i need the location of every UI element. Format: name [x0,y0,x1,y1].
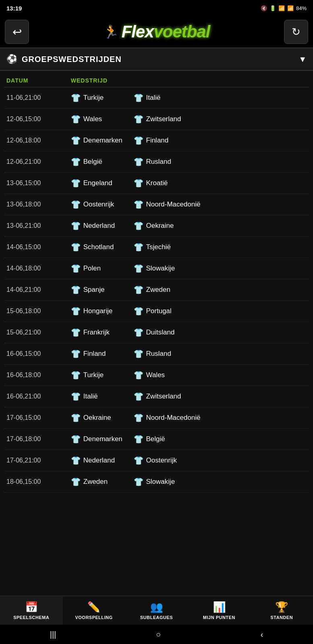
away-team-name: Oekraine [146,222,174,230]
match-date: 16-06,18:00 [6,372,71,379]
match-date: 13-06,18:00 [6,201,71,208]
away-shirt-icon: 👕 [134,306,144,316]
away-shirt-icon: 👕 [134,370,144,380]
home-team: 👕 Zweden [71,477,127,487]
table-row[interactable]: 15-06,18:00 👕 Hongarije 👕 Portugal [4,301,309,322]
away-team: 👕 Zwitserland [134,392,190,401]
away-shirt-icon: 👕 [134,178,144,188]
match-teams: 👕 Italië 👕 Zwitserland [71,392,307,401]
away-shirt-icon: 👕 [134,349,144,359]
home-team: 👕 Turkije [71,93,127,103]
match-date: 13-06,15:00 [6,180,71,187]
table-row[interactable]: 17-06,15:00 👕 Oekraine 👕 Noord-Macedonië [4,407,309,429]
away-team: 👕 Italië [134,93,190,103]
table-row[interactable]: 14-06,15:00 👕 Schotland 👕 Tsjechië [4,237,309,258]
table-row[interactable]: 12-06,21:00 👕 België 👕 Rusland [4,151,309,173]
mute-icon: 🔇 [261,5,267,11]
section-header[interactable]: ⚽ GROEPSWEDSTRIJDEN ▼ [0,48,313,71]
table-row[interactable]: 18-06,15:00 👕 Zweden 👕 Slowakije [4,471,309,493]
home-shirt-icon: 👕 [71,370,81,380]
table-row[interactable]: 17-06,21:00 👕 Nederland 👕 Oostenrijk [4,450,309,471]
home-team: 👕 Nederland [71,456,127,465]
match-teams: 👕 Polen 👕 Slowakije [71,264,307,273]
table-row[interactable]: 16-06,15:00 👕 Finland 👕 Rusland [4,343,309,365]
away-team-name: Portugal [146,307,171,315]
nav-standen[interactable]: 🏆 STANDEN [250,596,313,625]
nav-speelschema[interactable]: 📅 SPEELSCHEMA [0,596,63,625]
sys-nav-home[interactable]: ○ [156,630,161,639]
match-date: 15-06,21:00 [6,329,71,336]
match-date: 16-06,15:00 [6,350,71,357]
nav-speelschema-label: SPEELSCHEMA [13,615,49,620]
home-team-name: België [83,158,102,166]
home-team-name: Hongarije [83,307,113,315]
edit-icon: ✏️ [87,601,100,613]
away-team: 👕 Duitsland [134,328,190,337]
nav-standen-label: STANDEN [270,615,293,620]
table-row[interactable]: 13-06,15:00 👕 Engeland 👕 Kroatië [4,173,309,194]
home-team: 👕 Turkije [71,370,127,380]
match-teams: 👕 Hongarije 👕 Portugal [71,306,307,316]
away-team-name: Zweden [146,286,170,294]
nav-subleagues[interactable]: 👥 SUBLEAGUES [125,596,188,625]
match-date: 14-06,18:00 [6,265,71,272]
table-row[interactable]: 16-06,21:00 👕 Italië 👕 Zwitserland [4,386,309,407]
nav-voorspelling[interactable]: ✏️ VOORSPELLING [63,596,126,625]
home-team: 👕 Engeland [71,178,127,188]
home-team: 👕 Spanje [71,285,127,295]
home-shirt-icon: 👕 [71,136,81,145]
away-team-name: Italië [146,94,161,102]
logo-text: Flexvoetbal [121,22,210,41]
battery-percent: 84% [296,5,307,11]
home-team: 👕 Denemarken [71,434,127,444]
match-teams: 👕 Finland 👕 Rusland [71,349,307,359]
match-teams: 👕 Wales 👕 Zwitserland [71,114,307,124]
table-row[interactable]: 11-06,21:00 👕 Turkije 👕 Italië [4,87,309,109]
match-rows: 11-06,21:00 👕 Turkije 👕 Italië 12-06,15:… [4,87,309,493]
away-shirt-icon: 👕 [134,434,144,444]
back-button[interactable]: ↩ [5,20,29,44]
match-teams: 👕 Engeland 👕 Kroatië [71,178,307,188]
away-team-name: Noord-Macedonië [146,414,200,422]
table-row[interactable]: 13-06,18:00 👕 Oostenrijk 👕 Noord-Macedon… [4,194,309,215]
match-date: 12-06,15:00 [6,116,71,123]
away-team: 👕 Noord-Macedonië [134,413,200,423]
table-row[interactable]: 14-06,21:00 👕 Spanje 👕 Zweden [4,279,309,301]
match-date: 14-06,21:00 [6,286,71,293]
match-teams: 👕 Turkije 👕 Italië [71,93,307,103]
match-teams: 👕 Oekraine 👕 Noord-Macedonië [71,413,307,423]
table-row[interactable]: 17-06,18:00 👕 Denemarken 👕 België [4,429,309,450]
home-shirt-icon: 👕 [71,477,81,487]
table-row[interactable]: 14-06,18:00 👕 Polen 👕 Slowakije [4,258,309,279]
refresh-button[interactable]: ↻ [284,20,308,44]
logo-runner-icon: 🏃 [103,24,119,39]
table-row[interactable]: 16-06,18:00 👕 Turkije 👕 Wales [4,365,309,386]
match-teams: 👕 Spanje 👕 Zweden [71,285,307,295]
table-row[interactable]: 12-06,15:00 👕 Wales 👕 Zwitserland [4,109,309,130]
section-title: ⚽ GROEPSWEDSTRIJDEN [6,54,121,64]
match-date: 17-06,18:00 [6,436,71,443]
home-shirt-icon: 👕 [71,200,81,209]
nav-mijn-punten[interactable]: 📊 MIJN PUNTEN [188,596,251,625]
away-team-name: Oostenrijk [146,456,177,464]
home-team-name: Polen [83,264,101,272]
away-team-name: Zwitserland [146,392,181,400]
match-teams: 👕 Nederland 👕 Oostenrijk [71,456,307,465]
away-team-name: Rusland [146,350,171,358]
away-team-name: Slowakije [146,264,175,272]
home-shirt-icon: 👕 [71,413,81,423]
table-row[interactable]: 15-06,21:00 👕 Frankrijk 👕 Duitsland [4,322,309,343]
away-team-name: Tsjechië [146,243,171,251]
table-row[interactable]: 13-06,21:00 👕 Nederland 👕 Oekraine [4,215,309,237]
sys-nav-back[interactable]: ‹ [260,630,263,639]
home-team-name: Frankrijk [83,328,109,336]
away-team: 👕 Rusland [134,349,190,359]
table-row[interactable]: 12-06,18:00 👕 Denemarken 👕 Finland [4,130,309,151]
away-team: 👕 Zwitserland [134,114,190,124]
matches-table: DATUM WEDSTRIJD 11-06,21:00 👕 Turkije 👕 … [0,71,313,493]
battery-icon: 🔋 [270,5,276,11]
home-team-name: Oostenrijk [83,200,114,208]
match-date: 11-06,21:00 [6,94,71,101]
sys-nav-recents[interactable]: ||| [50,630,56,639]
match-date: 12-06,18:00 [6,137,71,144]
